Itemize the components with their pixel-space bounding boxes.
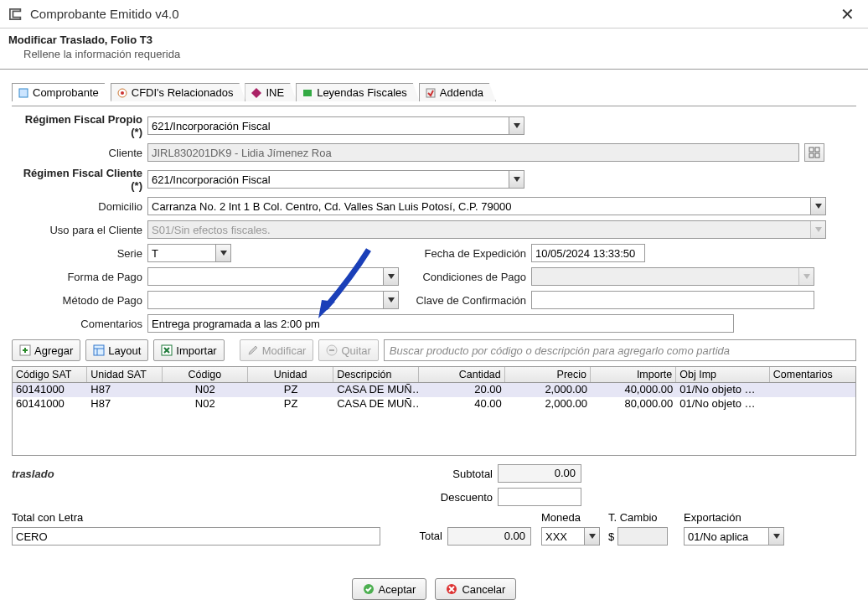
tab-leyendas[interactable]: Leyendas Fiscales <box>296 83 420 101</box>
chevron-down-icon[interactable] <box>509 117 524 134</box>
regimen-cliente-label: Régimen Fiscal Cliente (*) <box>12 167 147 192</box>
app-logo-icon <box>8 8 23 21</box>
comentarios-field[interactable] <box>147 314 734 333</box>
window-title: Comprobante Emitido v4.0 <box>30 7 835 21</box>
tab-label: INE <box>266 86 284 99</box>
book-icon <box>302 87 313 99</box>
totals-area: traslado Subtotal 0.00 Descuento Total c… <box>12 464 856 546</box>
regimen-propio-value[interactable] <box>147 116 524 135</box>
total-letra-field[interactable] <box>12 527 380 546</box>
clave-field[interactable] <box>531 291 814 309</box>
metodo-pago-value[interactable] <box>147 291 399 309</box>
document-icon <box>18 87 29 99</box>
layout-icon <box>93 344 105 356</box>
domicilio-select[interactable] <box>147 197 826 215</box>
regimen-propio-label: Régimen Fiscal Propio (*) <box>12 113 147 138</box>
agregar-button[interactable]: Agregar <box>12 339 80 361</box>
btn-label: Aceptar <box>379 583 416 596</box>
btn-label: Layout <box>108 344 141 357</box>
tab-cfdi[interactable]: CFDI's Relacionados <box>111 83 246 101</box>
modificar-button: Modificar <box>240 339 314 361</box>
svg-rect-8 <box>815 153 819 158</box>
diamond-icon <box>251 87 262 99</box>
search-client-button[interactable] <box>804 143 824 162</box>
moneda-select[interactable] <box>541 527 600 546</box>
col-header[interactable]: Unidad SAT <box>87 367 162 382</box>
chevron-down-icon[interactable] <box>215 245 230 261</box>
search-product-input[interactable]: Buscar producto por código o descripción… <box>384 339 856 361</box>
chevron-down-icon[interactable] <box>383 292 398 308</box>
metodo-pago-select[interactable] <box>147 291 399 309</box>
tab-ine[interactable]: INE <box>245 83 297 101</box>
chevron-down-icon[interactable] <box>584 528 599 545</box>
serie-select[interactable] <box>147 244 231 262</box>
condiciones-label: Condiciones de Pago <box>399 271 531 283</box>
domicilio-value[interactable] <box>147 197 826 215</box>
forma-pago-label: Forma de Pago <box>12 271 147 283</box>
cancelar-button[interactable]: Cancelar <box>435 578 516 600</box>
importar-button[interactable]: Importar <box>153 339 224 361</box>
export-select[interactable] <box>684 527 784 546</box>
header-title: Modificar Traslado, Folio T3 <box>8 34 860 46</box>
svg-rect-0 <box>19 89 28 97</box>
fecha-field[interactable] <box>531 244 645 262</box>
col-header[interactable]: Comentarios <box>770 367 855 382</box>
col-header[interactable]: Unidad <box>248 367 333 382</box>
clave-label: Clave de Confirmación <box>399 294 531 307</box>
table-header: Código SAT Unidad SAT Código Unidad Desc… <box>13 367 855 383</box>
regimen-propio-select[interactable] <box>147 116 524 135</box>
total-value: 0.00 <box>447 527 531 546</box>
page-header: Modificar Traslado, Folio T3 Rellene la … <box>0 28 868 70</box>
cliente-field <box>147 143 799 162</box>
check-icon <box>363 583 375 595</box>
svg-rect-5 <box>809 147 814 152</box>
chevron-down-icon[interactable] <box>509 171 524 188</box>
col-header[interactable]: Obj Imp <box>676 367 770 382</box>
header-subtitle: Rellene la información requerida <box>8 48 860 60</box>
chevron-down-icon[interactable] <box>810 198 825 215</box>
col-header[interactable]: Importe <box>591 367 676 382</box>
tab-addenda[interactable]: Addenda <box>419 83 496 101</box>
tcambio-field <box>617 527 668 546</box>
table-row[interactable]: 60141000 H87 N02 PZ CASA DE MUÑ… 20.00 2… <box>13 383 855 397</box>
svg-rect-3 <box>303 90 312 96</box>
chevron-down-icon[interactable] <box>768 528 783 545</box>
svg-rect-7 <box>809 153 814 158</box>
layout-button[interactable]: Layout <box>85 339 148 361</box>
col-header[interactable]: Descripción <box>333 367 419 382</box>
table-body: 60141000 H87 N02 PZ CASA DE MUÑ… 20.00 2… <box>13 383 855 455</box>
subtotal-label: Subtotal <box>414 468 498 480</box>
currency-prefix: $ <box>608 530 614 543</box>
forma-pago-select[interactable] <box>147 267 399 286</box>
tab-label: Addenda <box>440 86 483 99</box>
svg-point-2 <box>121 91 124 95</box>
condiciones-select[interactable] <box>531 267 814 286</box>
col-header[interactable]: Código SAT <box>13 367 87 382</box>
domicilio-label: Domicilio <box>12 200 147 213</box>
col-header[interactable]: Cantidad <box>419 367 504 382</box>
svg-rect-10 <box>94 345 104 355</box>
minus-icon <box>326 344 338 356</box>
table-row[interactable]: 60141000 H87 N02 PZ CASA DE MUÑ… 40.00 2… <box>13 397 855 411</box>
forma-pago-value[interactable] <box>147 267 399 286</box>
close-button[interactable]: ✕ <box>835 4 860 24</box>
traslado-label: traslado <box>12 468 414 480</box>
aceptar-button[interactable]: Aceptar <box>352 578 427 600</box>
regimen-cliente-select[interactable] <box>147 170 524 189</box>
col-header[interactable]: Código <box>163 367 248 382</box>
btn-label: Modificar <box>262 344 307 357</box>
pencil-icon <box>247 344 259 356</box>
chevron-down-icon[interactable] <box>383 268 398 285</box>
col-header[interactable]: Precio <box>505 367 591 382</box>
link-icon <box>116 87 128 99</box>
toolbar: Agregar Layout Importar Modificar Quitar… <box>12 339 856 361</box>
tab-comprobante[interactable]: Comprobante <box>12 83 111 101</box>
moneda-label: Moneda <box>541 511 608 524</box>
plugin-icon <box>425 87 437 99</box>
svg-rect-6 <box>815 147 819 152</box>
regimen-cliente-value[interactable] <box>147 170 524 189</box>
btn-label: Quitar <box>341 344 370 357</box>
tcambio-label: T. Cambio <box>608 511 684 524</box>
export-label: Exportación <box>684 511 793 524</box>
titlebar: Comprobante Emitido v4.0 ✕ <box>0 0 868 28</box>
